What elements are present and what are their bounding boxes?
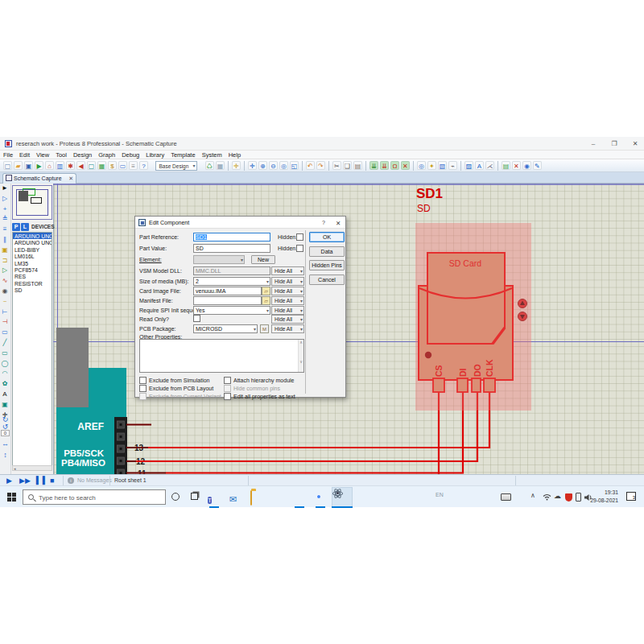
device-pin-tool-icon[interactable]: ▷ (0, 266, 10, 276)
pick-parts-icon[interactable]: ◎ (417, 161, 426, 170)
step-button[interactable]: ▶▶ (19, 477, 31, 485)
spi-hide-all-combo[interactable]: Hide All▾ (271, 306, 304, 315)
mirror-horizontal-icon[interactable]: ↔ (0, 440, 10, 448)
menu-system[interactable]: System (199, 151, 225, 159)
device-list[interactable]: ARDUINO UNOARDUINO UNO R3LED-BIBYLM016LL… (12, 232, 52, 470)
packaging-tool-icon[interactable]: ▧ (438, 161, 447, 170)
pcb-hide-all-combo[interactable]: Hide All▾ (271, 324, 304, 333)
read-only-hide-all-combo[interactable]: Hide All▾ (271, 315, 304, 324)
stop-button[interactable]: ■ (50, 477, 54, 485)
tape-recorder-tool-icon[interactable]: ◉ (0, 287, 10, 297)
redo-icon[interactable]: ↷ (316, 161, 325, 170)
wifi-icon[interactable] (543, 493, 551, 502)
vsm-hide-all-combo[interactable]: Hide All▾ (271, 266, 304, 275)
menu-view[interactable]: View (33, 151, 52, 159)
menu-help[interactable]: Help (225, 151, 244, 159)
device-item[interactable]: RESISTOR (13, 280, 52, 287)
zoom-area-icon[interactable]: ◱ (290, 161, 299, 170)
circle-2d-tool-icon[interactable]: ◯ (0, 359, 10, 369)
onedrive-cloud-icon[interactable]: ☁ (554, 492, 561, 500)
taskbar-app-mail[interactable]: ✉ (229, 491, 242, 504)
generator-tool-icon[interactable]: ~ (0, 297, 10, 308)
bom-icon[interactable]: $ (108, 161, 117, 170)
preferences-gear-icon[interactable]: ✱ (66, 161, 75, 170)
paste-icon[interactable]: ▤ (353, 161, 362, 170)
home-icon[interactable]: ⌂ (45, 161, 54, 170)
wire-autorouter-icon[interactable]: ▨ (464, 161, 473, 170)
dialog-titlebar[interactable]: Edit Component ? ✕ (135, 217, 345, 229)
antivirus-shield-icon[interactable] (565, 493, 572, 502)
minimize-button[interactable]: – (584, 139, 602, 149)
your-phone-icon[interactable] (576, 493, 581, 502)
junction-tool-icon[interactable]: + (0, 204, 10, 215)
taskbar-app-chrome[interactable] (313, 491, 326, 504)
checkbox-edit-all-properties-as-text[interactable] (224, 393, 231, 400)
search-tag-icon[interactable]: A (475, 161, 484, 170)
device-item[interactable]: ARDUINO UNO (13, 233, 52, 239)
menu-debug[interactable]: Debug (118, 151, 142, 159)
tab-close-icon[interactable]: ✕ (68, 174, 73, 184)
rewind-icon[interactable]: ◀ (76, 161, 85, 170)
task-view-icon[interactable] (191, 493, 198, 500)
new-file-icon[interactable]: ▢ (3, 161, 12, 170)
terminal-tool-icon[interactable]: ⊐ (0, 256, 10, 266)
component-tool-icon[interactable]: ▷ (0, 194, 10, 204)
checkbox-exclude-from-pcb-layout[interactable] (139, 385, 147, 392)
checkbox-attach-hierarchy-module[interactable] (224, 377, 231, 384)
device-item[interactable]: RES (13, 273, 52, 279)
graph-tool-icon[interactable]: ∿ (0, 276, 10, 287)
box-2d-tool-icon[interactable]: ▭ (0, 349, 10, 359)
data-button[interactable]: Data (309, 246, 345, 257)
save-icon[interactable]: ▣ (24, 161, 33, 170)
part-reference-input[interactable]: SD1 (193, 233, 270, 242)
clock[interactable]: 19:3129-08-2021 (590, 489, 618, 505)
zoom-in-icon[interactable]: ⊕ (258, 161, 267, 170)
menu-template[interactable]: Template (167, 151, 198, 159)
current-probe-tool-icon[interactable]: ⊣ (0, 317, 10, 328)
selection-tool-icon[interactable]: ► (0, 184, 10, 194)
close-button[interactable]: ✕ (626, 139, 644, 149)
voltage-probe-tool-icon[interactable]: ⊢ (0, 308, 10, 318)
hidden-checkbox-2[interactable] (296, 245, 303, 252)
size-hide-all-combo[interactable]: Hide All▾ (271, 277, 304, 286)
copy-icon[interactable]: ❏ (343, 161, 352, 170)
menu-file[interactable]: File (0, 151, 16, 159)
rotation-angle-input[interactable]: 0 (1, 430, 10, 436)
size-media-combo[interactable]: 2▾ (193, 277, 270, 286)
instrument-tool-icon[interactable]: ▭ (0, 328, 10, 338)
card-image-input[interactable]: venuuu.IMA (193, 287, 262, 295)
pick-devices-button[interactable]: P (12, 223, 20, 231)
other-properties-textarea[interactable]: ∧∨ (139, 339, 304, 373)
spi-combo[interactable]: Yes▾ (193, 306, 270, 315)
dialog-help-icon[interactable]: ? (322, 220, 325, 225)
pcb-package-combo[interactable]: MICROSD▾ (193, 324, 258, 333)
taskbar-app-firefox[interactable] (271, 491, 284, 504)
help-icon[interactable]: ? (139, 161, 148, 170)
copy-block-icon[interactable]: ⇊ (369, 161, 378, 170)
device-list-scrollbar[interactable]: ◂ (12, 465, 52, 471)
action-center-icon[interactable]: 3 (626, 492, 636, 501)
zoom-out-icon[interactable]: ⊖ (269, 161, 278, 170)
manifest-browse-folder-icon[interactable]: ▱ (262, 296, 270, 305)
make-device-icon[interactable]: ✦ (427, 161, 436, 170)
touch-keyboard-icon[interactable] (501, 493, 511, 501)
device-item[interactable]: LM35 (13, 260, 52, 266)
symbol-2d-tool-icon[interactable]: ▣ (0, 400, 10, 411)
component-mode-icon[interactable]: ▥ (56, 161, 64, 170)
menu-library[interactable]: Library (142, 151, 167, 159)
tab-schematic-capture[interactable]: Schematic Capture ✕ (2, 173, 76, 184)
taskbar-app-teams[interactable]: T (208, 491, 221, 504)
ok-button[interactable]: OK (309, 232, 345, 242)
sd-value-label[interactable]: SD (417, 203, 431, 214)
cut-icon[interactable]: ✂ (332, 161, 341, 170)
element-new-button[interactable]: New (251, 255, 275, 264)
taskbar-app-explorer[interactable] (250, 491, 263, 504)
import-icon[interactable]: ▶ (35, 161, 43, 170)
pcb-browse-button[interactable]: M (260, 324, 269, 333)
wire-label-tool-icon[interactable]: ≜ (0, 214, 10, 225)
overview-pane[interactable] (12, 185, 52, 220)
arc-2d-tool-icon[interactable]: ◠ (0, 369, 10, 379)
device-item[interactable]: LED-BIBY (13, 246, 52, 253)
device-item[interactable]: PCF8574 (13, 266, 52, 273)
dialog-close-icon[interactable]: ✕ (336, 220, 341, 227)
